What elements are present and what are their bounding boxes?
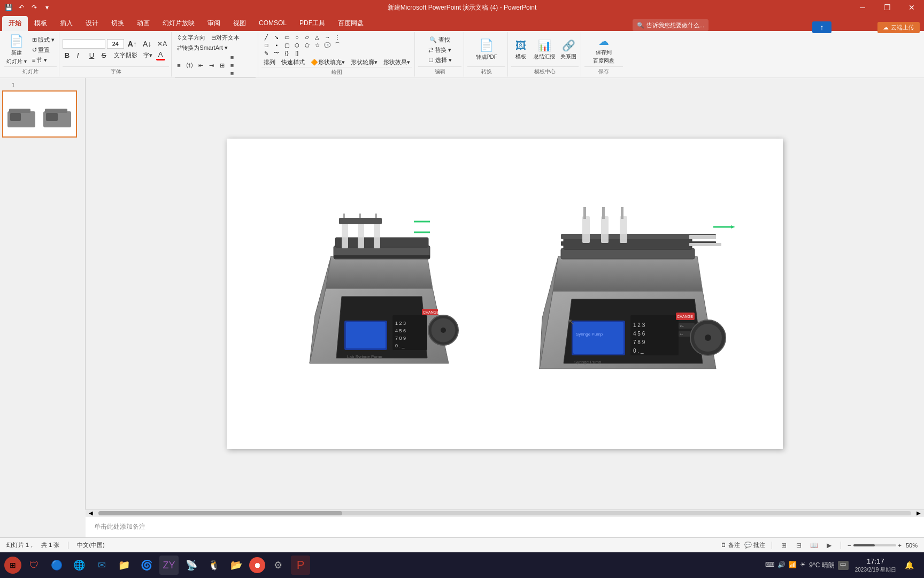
tab-home[interactable]: 开始 [2,16,28,31]
font-size-input[interactable]: 24 [107,39,124,49]
notes-icon-btn[interactable]: 🗒 备注 [721,541,740,549]
align-text-btn[interactable]: ⊟对齐文本 [209,33,242,42]
shape-para[interactable]: ▱ [302,33,312,41]
shape-tri[interactable]: △ [312,33,322,41]
tab-pdf[interactable]: PDF工具 [293,16,332,31]
scroll-right-btn[interactable]: ▶ [913,510,924,516]
italic-btn[interactable]: I [75,51,86,60]
zoom-out-btn[interactable]: − [848,542,851,549]
minimize-btn[interactable]: ─ [850,0,875,15]
reset-btn[interactable]: ↺ 重置 [30,45,57,55]
save-baidu-btn[interactable]: ☁ 保存到 百度网盘 [591,34,617,66]
align-left-btn[interactable]: ≡ [228,54,236,61]
ribbon-search[interactable]: 🔍 告诉我您想要做什么... [633,19,709,31]
shape-hex[interactable]: ⬡ [292,41,302,49]
customize-quick-btn[interactable]: ▾ [42,2,52,13]
char-spacing-btn[interactable]: 字▾ [141,51,155,60]
horizontal-scrollbar[interactable] [98,511,911,515]
scrollbar-thumb[interactable] [98,511,342,515]
shape-callout[interactable]: 💬 [322,41,332,49]
comments-icon-btn[interactable]: 💬 批注 [744,541,765,549]
taskbar-360-icon[interactable]: 🔵 [47,556,66,575]
tab-comsol[interactable]: COMSOL [252,16,293,31]
taskbar-network-icon[interactable]: 📡 [182,556,201,575]
normal-view-btn[interactable]: ⊞ [779,540,789,551]
shape-scribble[interactable]: 〜 [272,49,281,57]
arrange-btn[interactable]: 排列 [261,58,278,67]
taskbar-time-area[interactable]: 17:17 2023/2/19 星期日 [855,557,896,574]
section-btn[interactable]: ≡ 节 ▾ [30,56,57,65]
zoom-slider[interactable] [853,544,896,546]
taskbar-volume-icon[interactable]: 🔊 [777,561,786,570]
tab-slideshow[interactable]: 幻灯片放映 [156,16,201,31]
shape-free[interactable]: ✎ [261,49,271,57]
tab-transition[interactable]: 切换 [105,16,130,31]
taskbar-antivirus-icon[interactable]: 🛡 [25,556,44,575]
taskbar-wifi-icon[interactable]: 📶 [789,561,797,570]
reading-view-btn[interactable]: 📖 [808,540,819,551]
taskbar-browser-icon[interactable]: 🌐 [70,556,89,575]
taskbar-email-icon[interactable]: ✉ [92,556,111,575]
outline-btn[interactable]: 形状轮廓▾ [349,58,380,67]
replace-btn[interactable]: ⇄ 替换 ▾ [426,45,453,55]
taskbar-record-icon[interactable]: ⏺ [249,557,265,573]
zoom-level[interactable]: 50% [906,542,918,549]
slide-canvas[interactable]: 1 2 3 4 5 6 7 8 9 0 . _ CHANGE [227,139,783,449]
new-slide-btn[interactable]: 📄 新建 幻灯片 ▾ [4,33,29,66]
taskbar-qq-icon[interactable]: 🐧 [204,556,224,575]
tab-view[interactable]: 视图 [227,16,252,31]
shape-rect[interactable]: ▭ [282,33,291,41]
font-increase-btn[interactable]: A↑ [126,39,139,49]
summary-btn[interactable]: 📊 总结汇报 [532,38,557,62]
convert-smartart-btn[interactable]: ⇄转换为SmartArt ▾ [175,43,229,52]
tab-review[interactable]: 审阅 [201,16,227,31]
taskbar-zy-icon[interactable]: ZY [159,556,179,575]
bold-btn[interactable]: B [63,51,73,60]
upload-btn[interactable]: ☁ 云端上传 [877,22,920,33]
fill-btn[interactable]: 🔶形状填充▾ [309,58,347,67]
shape-oct[interactable]: ⬠ [302,41,312,49]
font-decrease-btn[interactable]: A↓ [141,39,153,49]
quick-style-btn[interactable]: 快速样式 [279,58,307,67]
zoom-in-btn[interactable]: + [898,542,902,549]
increase-indent-btn[interactable]: ⇥ [207,62,216,70]
shape-round[interactable]: ▢ [282,41,291,49]
tab-insert[interactable]: 插入 [53,16,79,31]
save-quick-btn[interactable]: 💾 [3,2,14,13]
shape-line[interactable]: ╱ [261,33,271,41]
find-btn[interactable]: 🔍 查找 [427,35,452,44]
effect-btn[interactable]: 形状效果▾ [381,58,412,67]
col-btn[interactable]: ⊞ [218,62,227,70]
tab-baidu[interactable]: 百度网盘 [332,16,370,31]
notes-area[interactable]: 单击此处添加备注 [86,516,924,537]
slideshow-btn[interactable]: ▶ [823,540,834,551]
shape-line2[interactable]: ↘ [272,33,281,41]
shadow-btn[interactable]: 文字阴影 [112,51,140,60]
font-color-btn[interactable]: A [156,50,165,60]
layout-btn[interactable]: ⊞ 版式 ▾ [30,35,57,44]
close-btn[interactable]: ✕ [899,0,924,15]
taskbar-explorer-icon[interactable]: 📁 [114,556,134,575]
slide-thumbnail-1[interactable] [2,90,77,138]
bullet-btn[interactable]: ≡ [175,62,182,69]
restore-btn[interactable]: ❐ [875,0,899,15]
shape-brace[interactable]: {} [282,49,291,57]
font-name-input[interactable] [63,39,105,49]
tab-design[interactable]: 设计 [79,16,105,31]
taskbar-software-icon[interactable]: ⚙ [268,556,288,575]
tab-animation[interactable]: 动画 [130,16,156,31]
decrease-indent-btn[interactable]: ⇤ [196,62,205,70]
shape-rect2[interactable]: □ [261,41,271,49]
redo-quick-btn[interactable]: ↷ [29,2,40,13]
taskbar-folder-icon[interactable]: 📂 [227,556,246,575]
to-pdf-btn[interactable]: 📄 转成PDF [474,37,499,62]
shape-bracket[interactable]: [] [292,49,302,57]
select-btn[interactable]: ☐ 选择 ▾ [426,56,454,65]
align-center-btn[interactable]: ≡ [228,62,236,69]
underline-btn[interactable]: U [87,51,98,60]
shape-curve[interactable]: ⌒ [333,41,342,49]
number-btn[interactable]: ⑴ [184,61,195,70]
shape-more[interactable]: ⋮ [333,33,342,41]
text-direction-btn[interactable]: ⇕文字方向 [175,33,207,42]
strikethrough-btn[interactable]: S [99,51,110,60]
